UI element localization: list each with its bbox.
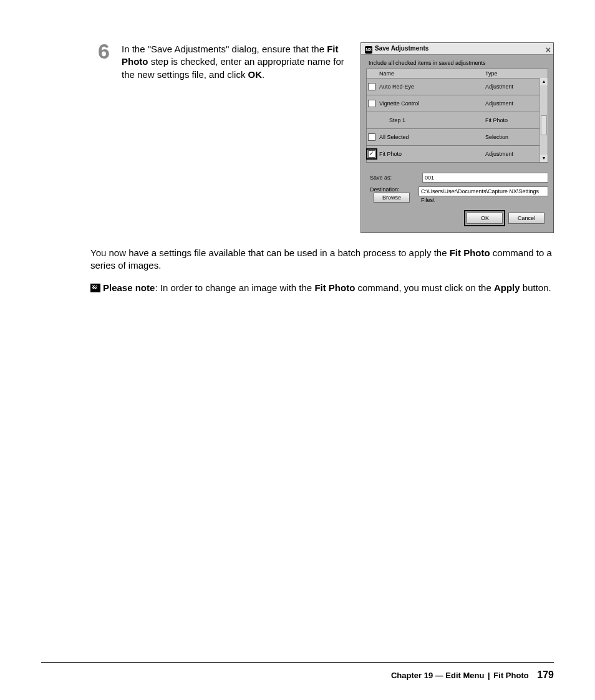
col-type-header: Type	[485, 69, 548, 78]
destination-label: Destination:	[366, 186, 422, 193]
save-as-input[interactable]: 001	[422, 173, 548, 183]
row-name: Auto Red-Eye	[377, 84, 485, 90]
row-type: Adjustment	[485, 151, 548, 157]
text: You now have a settings file available t…	[90, 247, 450, 258]
ok-button[interactable]: OK	[467, 213, 503, 224]
paragraph-note: Please note: In order to change an image…	[90, 282, 552, 294]
destination-input[interactable]: C:\Users\User\Documents\Capture NX\Setti…	[418, 186, 548, 196]
save-as-label: Save as:	[366, 175, 422, 181]
text: : In order to change an image with the	[155, 282, 314, 293]
row-name: All Selected	[377, 134, 485, 140]
text: button.	[520, 282, 551, 293]
checkbox[interactable]	[368, 83, 375, 90]
bold-fit-photo: Fit Photo	[450, 247, 490, 258]
dialog-form: Save as: 001 Destination: Browse C:\User…	[366, 173, 548, 203]
table-row[interactable]: Vignette Control Adjustment	[367, 95, 548, 112]
table-row[interactable]: All Selected Selection	[367, 129, 548, 146]
app-icon: NX	[365, 46, 372, 54]
step-bold-ok: OK	[248, 69, 263, 80]
save-as-row: Save as: 001	[366, 173, 548, 183]
table-rows: Auto Red-Eye Adjustment Vignette Control…	[367, 79, 548, 162]
table-row-step: Step 1 Fit Photo	[367, 112, 548, 129]
adjustments-table: Name Type Auto Red-Eye Adjustment Vignet…	[366, 69, 548, 163]
scroll-down-icon[interactable]: ▾	[540, 155, 548, 162]
checkbox[interactable]	[368, 100, 375, 107]
footer: Chapter 19 — Edit Menu | Fit Photo 179	[391, 669, 554, 681]
step-text-part: step is checked, enter an appropriate na…	[122, 56, 344, 79]
row-name: Step 1	[377, 117, 485, 123]
scroll-up-icon[interactable]: ▴	[540, 78, 548, 85]
checkbox[interactable]	[368, 133, 375, 141]
row-type: Adjustment	[485, 100, 548, 107]
paragraph-result: You now have a settings file available t…	[90, 247, 552, 272]
row-type: Fit Photo	[485, 117, 548, 123]
destination-row: Destination: Browse C:\Users\User\Docume…	[366, 186, 548, 203]
browse-button[interactable]: Browse	[374, 193, 410, 203]
footer-separator: |	[488, 671, 490, 680]
page-number: 179	[537, 669, 554, 680]
table-row[interactable]: Fit Photo Adjustment	[367, 146, 548, 162]
text: command, you must click on the	[355, 282, 494, 293]
scrollbar[interactable]: ▴ ▾	[539, 78, 548, 162]
step-text: In the "Save Adjustments" dialog, ensure…	[122, 43, 352, 81]
step-text-part: In the "Save Adjustments" dialog, ensure…	[122, 44, 327, 54]
table-header: Name Type	[367, 69, 548, 79]
note-icon	[90, 284, 100, 292]
scroll-thumb[interactable]	[541, 115, 547, 135]
row-name: Fit Photo	[377, 151, 485, 157]
save-adjustments-dialog: NXSave Adjustments × Include all checked…	[360, 42, 554, 233]
table-row[interactable]: Auto Red-Eye Adjustment	[367, 79, 548, 95]
row-type: Adjustment	[485, 84, 548, 90]
footer-chapter: Chapter 19 — Edit Menu	[391, 671, 485, 680]
close-icon[interactable]: ×	[546, 44, 551, 55]
dialog-titlebar: NXSave Adjustments ×	[361, 43, 553, 55]
step-text-part: .	[262, 69, 264, 80]
checkbox-fit-photo[interactable]	[368, 150, 375, 158]
dialog-buttons: OK Cancel	[366, 206, 548, 226]
footer-rule	[41, 662, 554, 663]
footer-section: Fit Photo	[493, 671, 528, 680]
col-name-header: Name	[377, 69, 485, 78]
dialog-title-text: Save Adjustments	[375, 45, 428, 52]
bold-fit-photo: Fit Photo	[314, 282, 355, 293]
step-number: 6	[98, 39, 110, 64]
dialog-body: Include all checked items in saved adjus…	[361, 55, 553, 233]
cancel-button[interactable]: Cancel	[508, 213, 544, 224]
dialog-instruction: Include all checked items in saved adjus…	[366, 60, 548, 66]
row-type: Selection	[485, 134, 548, 140]
row-name: Vignette Control	[377, 100, 485, 107]
bold-apply: Apply	[494, 282, 520, 293]
note-bold: Please note	[103, 282, 155, 293]
